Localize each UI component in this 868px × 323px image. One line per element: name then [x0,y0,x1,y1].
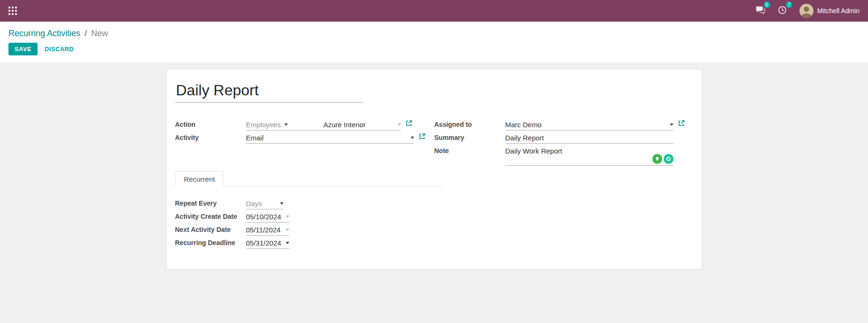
activity-value: Email [246,134,264,142]
chevron-down-icon [286,242,289,244]
apps-menu-icon[interactable] [8,7,17,15]
action-external-link-icon[interactable] [405,120,412,127]
message-icon [755,5,765,17]
summary-label: Summary [434,133,505,141]
action-record-value: Azure Interior [324,121,366,129]
assigned-to-label: Assigned to [434,120,505,128]
control-panel-buttons: SAVE DISCARD [8,43,860,55]
grammarly-icon[interactable]: G [664,154,674,164]
topbar-right: 5 7 Mitchell Admin [755,4,860,18]
messages-badge: 5 [764,1,770,8]
breadcrumb-current: New [91,29,108,38]
activities-badge: 7 [786,1,792,8]
activity-label: Activity [175,133,246,141]
assigned-to-external-link-icon[interactable] [678,120,685,127]
chevron-down-icon [286,215,289,218]
note-value: Daily Work Report [505,146,674,156]
field-note: Note Daily Work Report G [434,146,693,166]
messages-button[interactable]: 5 [755,5,765,17]
breadcrumb-separator: / [85,29,87,38]
chevron-down-icon [670,123,674,126]
chevron-down-icon [397,123,401,126]
field-action: Action Employees Azure Interior [175,120,434,133]
field-repeat-every: Repeat Every Days [175,199,693,212]
left-column: Action Employees Azure Interior [175,120,434,166]
recurring-deadline-input[interactable]: 05/31/2024 [246,238,289,249]
activity-select[interactable]: Email [246,133,414,144]
field-activity-create-date: Activity Create Date 05/10/2024 [175,212,693,225]
activity-external-link-icon[interactable] [418,133,426,140]
assigned-to-select[interactable]: Marc Demo [505,120,674,131]
action-record-select[interactable]: Azure Interior [324,120,401,130]
field-summary: Summary Daily Report [434,133,693,146]
action-control: Employees Azure Interior [246,120,401,131]
right-column: Assigned to Marc Demo Summary Daily Re [434,120,693,166]
activity-create-date-input[interactable]: 05/10/2024 [246,212,289,223]
chevron-down-icon [280,202,284,205]
chevron-down-icon [284,123,288,126]
action-model-value: Employees [246,121,281,129]
clock-icon [777,5,787,17]
next-activity-date-label: Next Activity Date [175,225,246,233]
recurring-deadline-value: 05/31/2024 [246,239,281,247]
action-label: Action [175,120,246,128]
activity-create-date-value: 05/10/2024 [246,213,281,221]
note-assistant-icons: G [652,154,674,164]
topbar: 5 7 Mitchell Admin [0,0,868,22]
chevron-down-icon [286,229,289,231]
repeat-every-label: Repeat Every [175,199,246,207]
field-recurring-deadline: Recurring Deadline 05/31/2024 [175,238,693,251]
tab-recurrent[interactable]: Recurrent [175,171,224,186]
recurring-deadline-label: Recurring Deadline [175,238,246,246]
user-name: Mitchell Admin [817,7,860,15]
user-menu[interactable]: Mitchell Admin [799,4,860,18]
note-label: Note [434,146,505,154]
field-grid: Action Employees Azure Interior [175,120,693,166]
avatar [799,4,814,18]
next-activity-date-value: 05/11/2024 [246,226,281,234]
breadcrumb-parent-link[interactable]: Recurring Activities [8,29,80,38]
notebook-tabs: Recurrent [175,171,443,186]
breadcrumb: Recurring Activities / New [8,28,860,38]
discard-button[interactable]: DISCARD [39,43,79,55]
summary-input[interactable]: Daily Report [505,133,674,144]
action-model-select[interactable]: Employees [246,120,324,130]
next-activity-date-input[interactable]: 05/11/2024 [246,225,289,236]
activity-create-date-label: Activity Create Date [175,212,246,220]
record-title-input[interactable]: Daily Report [175,82,363,103]
form-view-background: Daily Report Action Employees Azure Inte… [0,62,868,323]
suggestion-bulb-icon[interactable] [652,154,662,164]
assigned-to-value: Marc Demo [505,121,542,129]
chevron-down-icon [411,137,414,139]
recurrent-tab-page: Repeat Every Days Activity Create Date 0… [175,199,693,251]
control-panel: Recurring Activities / New SAVE DISCARD [0,22,868,62]
save-button[interactable]: SAVE [8,43,38,55]
form-sheet: Daily Report Action Employees Azure Inte… [166,69,702,269]
activities-button[interactable]: 7 [777,5,787,17]
summary-value: Daily Report [505,133,544,143]
repeat-every-select[interactable]: Days [246,199,284,209]
field-activity: Activity Email [175,133,434,146]
field-next-activity-date: Next Activity Date 05/11/2024 [175,225,693,238]
repeat-every-value: Days [246,200,262,208]
note-input[interactable]: Daily Work Report G [505,146,674,166]
field-assigned-to: Assigned to Marc Demo [434,120,693,133]
